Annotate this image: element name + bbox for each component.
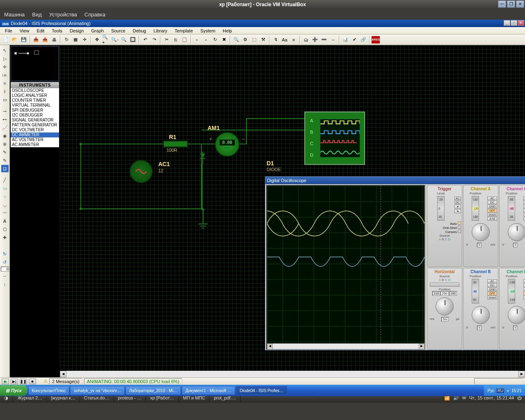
chc-off[interactable]: OFF <box>523 209 525 212</box>
lt-box[interactable]: ▭ <box>1 185 9 192</box>
chd-knob[interactable] <box>508 306 525 324</box>
tb-zoom-area[interactable]: 🔲 <box>129 36 137 44</box>
tb-zoom-all[interactable]: 🔍 <box>120 36 128 44</box>
anim-stop-button[interactable]: ■ <box>29 379 36 384</box>
tb-search[interactable]: Aa <box>281 36 289 44</box>
menu-file[interactable]: File <box>2 28 16 33</box>
tb-import[interactable]: 📥 <box>32 36 40 44</box>
lt-device-pin[interactable]: ⊷ <box>1 116 9 123</box>
trigger-cursors[interactable]: Cursors <box>445 230 457 234</box>
tb-pan[interactable]: ✥ <box>93 36 101 44</box>
taskbar-item[interactable]: sohatyk_yv на "vboxsrv… <box>70 386 125 395</box>
tb-refresh[interactable]: ↻ <box>62 36 71 44</box>
tb-wire-autoroute[interactable]: ↯ <box>272 36 280 44</box>
host-menu-devices[interactable]: Устройства <box>49 11 77 18</box>
lt-terminal[interactable]: ⊸ <box>1 107 9 115</box>
tb-bom[interactable]: 📊 <box>341 36 349 44</box>
tb-print[interactable]: 🖶 <box>50 36 58 44</box>
trigger-level-slider[interactable]: -10 0 10 <box>437 196 445 221</box>
instrument-item[interactable]: SPI DEBUGGER <box>11 108 59 113</box>
instrument-item[interactable]: I2C DEBUGGER <box>11 113 59 118</box>
tray-lang[interactable]: Рус <box>487 388 494 393</box>
tb-paste[interactable]: 📋 <box>180 36 189 44</box>
host-menu-machine[interactable]: Машина <box>4 11 25 18</box>
tb-design-explorer[interactable]: 🗂 <box>302 36 310 44</box>
cha-dc[interactable]: DC <box>487 201 497 204</box>
tb-pick[interactable]: 🔍 <box>232 36 240 44</box>
taskbar-item[interactable]: Документ1 - Microsoft … <box>182 386 235 395</box>
chc-dc[interactable]: DC <box>523 201 525 204</box>
tb-zoom-out[interactable]: 🔍- <box>111 36 119 44</box>
lt-angle-input[interactable] <box>1 267 9 272</box>
tb-undo[interactable]: ↶ <box>141 36 149 44</box>
tb-property[interactable]: ≡ <box>290 36 298 44</box>
osc-screen[interactable]: ◀ ▶ <box>266 185 425 350</box>
lt-symbol[interactable]: ⬡ <box>1 226 9 233</box>
lt-circle[interactable]: ○ <box>1 193 9 200</box>
instrument-item[interactable]: VIRTUAL TERMINAL <box>11 103 59 108</box>
menu-source[interactable]: Source <box>108 28 129 33</box>
chb-gnd[interactable]: GND <box>487 288 497 291</box>
anim-play-button[interactable]: ▶ <box>2 379 9 384</box>
tb-make-device[interactable]: ⚙ <box>241 36 249 44</box>
osc-titlebar[interactable]: Digital Oscilloscope ✕ <box>265 177 525 184</box>
chd-dc[interactable]: DC <box>523 283 525 287</box>
tb-copy[interactable]: ⎘ <box>171 36 180 44</box>
instrument-item[interactable]: DC VOLTMETER <box>11 128 59 132</box>
component-oscilloscope[interactable]: A B C D <box>304 112 365 165</box>
lt-rotate-cw[interactable]: ↻ <box>1 250 9 258</box>
schematic-canvas[interactable]: AC1 12 R1 100R 0.00 mA + − AM1 D1 DIODE … <box>60 45 525 377</box>
tb-netlist[interactable]: 🔗 <box>359 36 368 44</box>
tb-new-sheet[interactable]: ➕ <box>311 36 319 44</box>
tb-export[interactable]: 📤 <box>41 36 49 44</box>
tb-save[interactable]: 💾 <box>20 36 28 44</box>
tb-block-copy[interactable]: ▫ <box>193 36 201 44</box>
guest-tray[interactable]: Рус RU « 15:21 <box>484 385 525 396</box>
taskbar-item[interactable]: Diode04 - ISIS Profes… <box>236 386 287 395</box>
instrument-item[interactable]: LOGIC ANALYSER <box>11 93 59 98</box>
chb-pos-slider[interactable]: 30 40 50 <box>472 279 479 304</box>
tb-redo[interactable]: ↷ <box>150 36 158 44</box>
lt-text[interactable]: A <box>1 217 9 225</box>
osc-hscrollbar[interactable]: ◀ ▶ <box>267 343 425 349</box>
app-close-button[interactable]: ✕ <box>518 20 524 26</box>
chc-knob[interactable] <box>508 223 525 241</box>
lt-component[interactable]: ▷ <box>1 55 9 62</box>
tb-decompose[interactable]: ⚒ <box>259 36 267 44</box>
menu-help[interactable]: Help <box>219 28 235 33</box>
tb-grid[interactable]: ▦ <box>71 36 80 44</box>
menu-library[interactable]: Library <box>150 28 171 33</box>
chd-invert[interactable]: Invert <box>523 296 525 299</box>
trigger-ac[interactable]: AC <box>454 196 461 200</box>
lt-subcircuit[interactable]: ▭ <box>1 96 9 103</box>
host-menu-help[interactable]: Справка <box>84 11 105 18</box>
lt-mirror-h[interactable]: ↔ <box>1 272 9 280</box>
menu-design[interactable]: Design <box>66 28 87 33</box>
tray-prev-icon[interactable]: « <box>507 388 509 393</box>
overview-window[interactable] <box>11 46 59 81</box>
canvas-scroll-right[interactable]: ▶ <box>518 371 525 377</box>
lt-selection[interactable]: ↖ <box>1 47 9 54</box>
lt-generator[interactable]: ⊕ <box>1 140 9 148</box>
tb-origin[interactable]: ✛ <box>80 36 89 44</box>
chb-ac[interactable]: AC <box>487 279 497 283</box>
scroll-left[interactable]: ◀ <box>267 344 273 349</box>
host-close-button[interactable]: ✕ <box>516 0 524 8</box>
start-button[interactable]: ⊞ Пуск <box>0 385 27 396</box>
menu-view[interactable]: View <box>16 28 33 33</box>
chc-pos-slider[interactable]: -50 -40 -30 <box>508 196 515 221</box>
component-ac-source[interactable] <box>130 160 153 183</box>
chd-off[interactable]: OFF <box>523 292 525 295</box>
cha-gnd[interactable]: GND <box>487 205 497 208</box>
host-maximize-button[interactable]: ❐ <box>507 0 515 8</box>
tb-zoom-in[interactable]: 🔍+ <box>102 36 110 44</box>
lt-bus[interactable]: ⫴ <box>1 88 9 95</box>
tb-ares[interactable]: ARES <box>372 36 380 43</box>
taskbar-item[interactable]: Лабораторки_2010 - Mi… <box>126 386 181 395</box>
scroll-right[interactable]: ▶ <box>419 344 425 349</box>
menu-debug[interactable]: Debug <box>130 28 149 33</box>
chb-off[interactable]: OFF <box>487 292 497 295</box>
chd-pos-slider[interactable]: -130 -120 -110 <box>508 279 515 304</box>
chc-invert[interactable]: Invert <box>523 213 525 217</box>
trigger-edge-fall[interactable]: ⬊ <box>454 209 461 213</box>
